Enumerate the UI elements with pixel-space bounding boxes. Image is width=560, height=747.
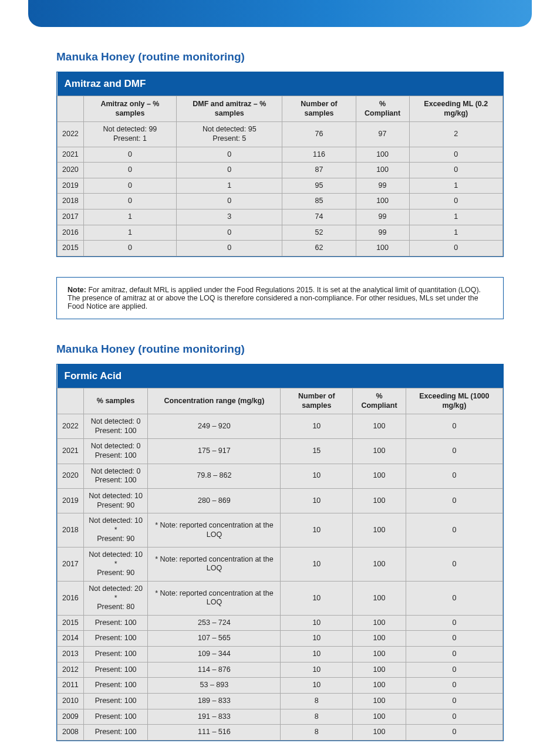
- table-cell: 0: [406, 631, 502, 647]
- table-row: 2010Present: 100189 – 83381000: [58, 693, 503, 709]
- table-row: 2017Not detected: 10 *Present: 90* Note:…: [58, 547, 503, 582]
- table-cell: Present: 100: [83, 631, 148, 647]
- table-cell: 99: [356, 178, 409, 194]
- table-cell: 114 – 876: [148, 662, 281, 678]
- table-cell: Not detected: 20 *Present: 80: [83, 581, 148, 615]
- table-cell: 10: [281, 414, 353, 439]
- table-cell: 100: [353, 547, 406, 582]
- table-row: 2021Not detected: 0Present: 100175 – 917…: [58, 439, 503, 464]
- table-cell: 0: [406, 725, 502, 741]
- table-cell: 15: [281, 439, 353, 464]
- table-cell: 0: [409, 241, 502, 256]
- table-row: 2021001161000: [58, 147, 503, 163]
- table-cell: 191 – 833: [148, 709, 281, 725]
- table-cell: 0: [83, 178, 176, 194]
- table-row: 2014Present: 100107 – 565101000: [58, 631, 503, 647]
- table-cell: 100: [353, 662, 406, 678]
- table-cell: 1: [177, 178, 282, 194]
- table-cell: 0: [406, 414, 502, 439]
- table-cell: 10: [281, 631, 353, 647]
- table-cell: 100: [353, 647, 406, 663]
- table-cell: 0: [177, 147, 282, 163]
- table-cell: 0: [406, 615, 502, 631]
- table-cell: Not detected: 0Present: 100: [83, 439, 148, 464]
- table-cell: 100: [356, 147, 409, 163]
- table-cell: 74: [282, 209, 356, 225]
- table-row: 2018Not detected: 10 *Present: 90* Note:…: [58, 513, 503, 547]
- table-cell: 52: [282, 225, 356, 241]
- table-cell: 10: [281, 547, 353, 582]
- table-amitraz: Amitraz and DMF Amitraz only – % samples…: [57, 72, 503, 256]
- table-cell: 0: [409, 194, 502, 209]
- table-row: 2013Present: 100109 – 344101000: [58, 647, 503, 663]
- t1-h2: DMF and amitraz – % samples: [177, 96, 282, 122]
- table-cell: 10: [281, 513, 353, 547]
- table-cell: 2015: [58, 615, 84, 631]
- table-cell: 107 – 565: [148, 631, 281, 647]
- table-cell: 0: [83, 241, 176, 256]
- table-cell: Present: 100: [83, 693, 148, 709]
- table-cell: 1: [83, 209, 176, 225]
- t2-h5: Exceeding ML (1000 mg/kg): [406, 388, 502, 414]
- table-row: 2022Not detected: 99Present: 1Not detect…: [58, 122, 503, 147]
- table-row: 2011Present: 10053 – 893101000: [58, 678, 503, 694]
- table-cell: 1: [83, 225, 176, 241]
- table-cell: 189 – 833: [148, 693, 281, 709]
- t1-h4: % Compliant: [356, 96, 409, 122]
- table-cell: 0: [177, 241, 282, 256]
- t1-h0: [58, 96, 84, 122]
- table-cell: 253 – 724: [148, 615, 281, 631]
- table-row: 2008Present: 100111 – 51681000: [58, 725, 503, 741]
- table-cell: * Note: reported concentration at the LO…: [148, 513, 281, 547]
- table-row: 202000871000: [58, 163, 503, 178]
- table-cell: 249 – 920: [148, 414, 281, 439]
- table-cell: 0: [406, 581, 502, 615]
- t2-h3: Number of samples: [281, 388, 353, 414]
- table-cell: 99: [356, 225, 409, 241]
- table-cell: Not detected: 99Present: 1: [83, 122, 176, 147]
- table-row: 201500621000: [58, 241, 503, 256]
- table-cell: 0: [177, 225, 282, 241]
- table-cell: 2013: [58, 647, 84, 663]
- note-label: Note:: [68, 286, 86, 294]
- table-row: 2012Present: 100114 – 876101000: [58, 662, 503, 678]
- table-cell: 8: [281, 709, 353, 725]
- table-cell: 0: [406, 647, 502, 663]
- table-row: 2009Present: 100191 – 83381000: [58, 709, 503, 725]
- table-cell: 0: [83, 163, 176, 178]
- table-cell: 10: [281, 488, 353, 513]
- table-1-wrap: Amitraz and DMF Amitraz only – % samples…: [56, 72, 504, 257]
- table-cell: 8: [281, 725, 353, 741]
- table-cell: 100: [353, 693, 406, 709]
- table-cell: 0: [406, 464, 502, 488]
- table-cell: 2016: [58, 225, 84, 241]
- table-row: 2020Not detected: 0Present: 10079.8 – 86…: [58, 464, 503, 488]
- table-cell: 2019: [58, 488, 84, 513]
- table-row: 20171374991: [58, 209, 503, 225]
- table-cell: 85: [282, 194, 356, 209]
- table-cell: 2018: [58, 513, 84, 547]
- table-cell: 2016: [58, 581, 84, 615]
- table-cell: 0: [409, 163, 502, 178]
- t2-h2: Concentration range (mg/kg): [148, 388, 281, 414]
- table-cell: 100: [353, 488, 406, 513]
- table-formic: Formic Acid % samples Concentration rang…: [57, 364, 503, 741]
- table-cell: 2020: [58, 163, 84, 178]
- table-cell: 2017: [58, 547, 84, 582]
- table-row: 2016Not detected: 20 *Present: 80* Note:…: [58, 581, 503, 615]
- table-cell: 10: [281, 647, 353, 663]
- table-cell: 0: [177, 163, 282, 178]
- table-cell: 1: [409, 225, 502, 241]
- t2-h4: % Compliant: [353, 388, 406, 414]
- table-cell: 76: [282, 122, 356, 147]
- table-row: 20161052991: [58, 225, 503, 241]
- table-cell: 95: [282, 178, 356, 194]
- table-cell: 2011: [58, 678, 84, 694]
- table-cell: 100: [353, 464, 406, 488]
- table-cell: Not detected: 10Present: 90: [83, 488, 148, 513]
- table-cell: 1: [409, 209, 502, 225]
- table-cell: 10: [281, 615, 353, 631]
- table-cell: 10: [281, 662, 353, 678]
- table-cell: 2020: [58, 464, 84, 488]
- t2-h0: [58, 388, 84, 414]
